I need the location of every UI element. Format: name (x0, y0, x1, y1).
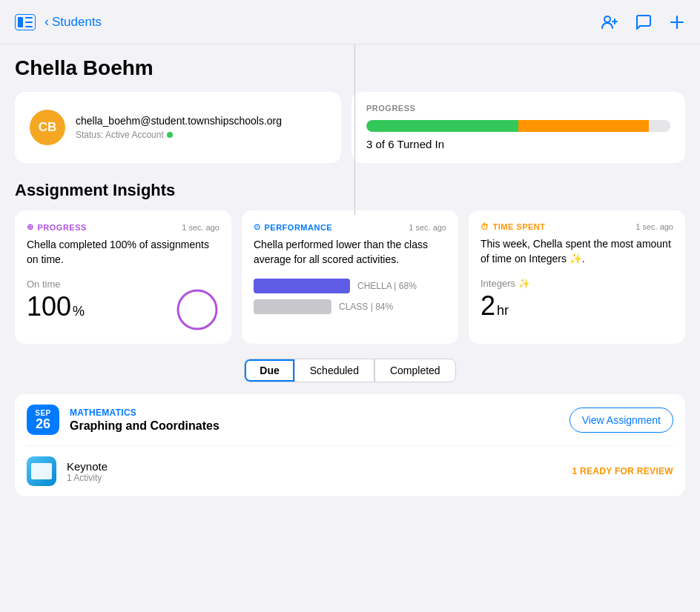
student-email: chella_boehm@student.townshipschools.org (76, 115, 282, 127)
performance-tag-icon: ⊙ (254, 222, 261, 232)
svg-point-5 (178, 290, 217, 329)
keynote-app-icon (27, 456, 56, 486)
item-info: Keynote 1 Activity (67, 460, 561, 483)
tab-completed[interactable]: Completed (374, 359, 456, 382)
class-bar-row: CLASS | 84% (254, 299, 446, 314)
time-tag-icon: ⏱ (481, 222, 489, 231)
add-student-icon[interactable] (601, 13, 618, 31)
top-bar-right (601, 13, 685, 31)
assignment-insights-section: Assignment Insights ⊕ PROGRESS 1 sec. ag… (15, 181, 685, 344)
assignment-header: SEP 26 MATHEMATICS Graphing and Coordina… (15, 394, 685, 445)
progress-tag-icon: ⊕ (27, 222, 34, 232)
main-content: Chella Boehm CB chella_boehm@student.tow… (0, 44, 700, 612)
class-bar (254, 299, 331, 314)
insight-tag-progress: ⊕ PROGRESS (27, 222, 87, 232)
student-name: Chella Boehm (15, 56, 685, 80)
status-text: Status: Active Account (76, 130, 164, 140)
date-day: 26 (34, 417, 52, 430)
item-sub: 1 Activity (67, 473, 561, 483)
progress-bar-orange (518, 120, 649, 132)
assignment-tabs: Due Scheduled Completed (15, 359, 685, 382)
assignment-info: MATHEMATICS Graphing and Coordinates (70, 408, 559, 433)
progress-bar (366, 120, 670, 132)
top-bar: ‹ Students (0, 0, 700, 44)
chella-bar-label: CHELLA | 68% (357, 281, 417, 291)
insight-time-time: 1 sec. ago (635, 222, 673, 231)
progress-bar-green (366, 120, 518, 132)
insights-title: Assignment Insights (15, 181, 685, 200)
plus-icon[interactable] (669, 14, 685, 30)
svg-point-0 (604, 16, 610, 22)
assignment-item: Keynote 1 Activity 1 READY FOR REVIEW (15, 446, 685, 496)
class-bar-label: CLASS | 84% (339, 302, 393, 312)
progress-card: PROGRESS 3 of 6 Turned In (351, 92, 685, 163)
insight-time-performance: 1 sec. ago (409, 223, 446, 232)
chella-bar (254, 279, 350, 293)
back-chevron-icon: ‹ (44, 14, 49, 30)
item-name: Keynote (67, 460, 561, 473)
ready-badge: 1 READY FOR REVIEW (572, 466, 673, 476)
insight-header-time: ⏱ TIME SPENT 1 sec. ago (481, 222, 673, 231)
keynote-icon-inner (31, 463, 52, 479)
progress-label: PROGRESS (366, 104, 670, 113)
date-badge: SEP 26 (27, 405, 59, 435)
insight-desc-performance: Chella performed lower than the class av… (254, 238, 446, 267)
back-button[interactable]: ‹ Students (44, 14, 102, 30)
tab-due[interactable]: Due (244, 359, 294, 382)
vertical-divider (354, 44, 355, 215)
assignment-subject: MATHEMATICS (70, 408, 559, 418)
metric-label-time: Integers ✨ (481, 278, 673, 289)
insight-header-progress: ⊕ PROGRESS 1 sec. ago (27, 222, 219, 232)
chella-bar-row: CHELLA | 68% (254, 279, 446, 293)
student-status: Status: Active Account (76, 130, 282, 140)
sidebar-toggle-button[interactable] (15, 14, 36, 30)
top-bar-left: ‹ Students (15, 14, 102, 30)
insight-tag-performance: ⊙ PERFORMANCE (254, 222, 332, 232)
progress-summary: 3 of 6 Turned In (366, 138, 444, 150)
insight-tag-time: ⏱ TIME SPENT (481, 222, 546, 231)
tab-scheduled[interactable]: Scheduled (294, 359, 374, 382)
insight-desc-time: This week, Chella spent the most amount … (481, 237, 673, 266)
insights-row: ⊕ PROGRESS 1 sec. ago Chella completed 1… (15, 210, 685, 344)
info-row: CB chella_boehm@student.townshipschools.… (15, 92, 685, 163)
insight-card-performance: ⊙ PERFORMANCE 1 sec. ago Chella performe… (242, 210, 458, 344)
back-label: Students (52, 15, 102, 30)
avatar: CB (30, 110, 65, 145)
message-icon[interactable] (635, 13, 653, 31)
insight-time-progress: 1 sec. ago (182, 223, 219, 232)
insight-metric-time: Integers ✨ 2 hr (481, 278, 673, 322)
insight-header-performance: ⊙ PERFORMANCE 1 sec. ago (254, 222, 446, 232)
performance-bars: CHELLA | 68% CLASS | 84% (254, 279, 446, 314)
metric-value-time: 2 hr (481, 290, 673, 322)
assignment-title: Graphing and Coordinates (70, 419, 559, 433)
student-card: CB chella_boehm@student.townshipschools.… (15, 92, 341, 163)
assignment-section: SEP 26 MATHEMATICS Graphing and Coordina… (15, 394, 685, 496)
insight-card-progress: ⊕ PROGRESS 1 sec. ago Chella completed 1… (15, 210, 231, 344)
student-info: chella_boehm@student.townshipschools.org… (76, 115, 282, 140)
progress-circle-icon (175, 287, 219, 332)
insight-card-time: ⏱ TIME SPENT 1 sec. ago This week, Chell… (469, 210, 685, 344)
status-dot-icon (167, 132, 173, 138)
view-assignment-button[interactable]: View Assignment (569, 408, 673, 433)
insight-desc-progress: Chella completed 100% of assignments on … (27, 238, 219, 267)
